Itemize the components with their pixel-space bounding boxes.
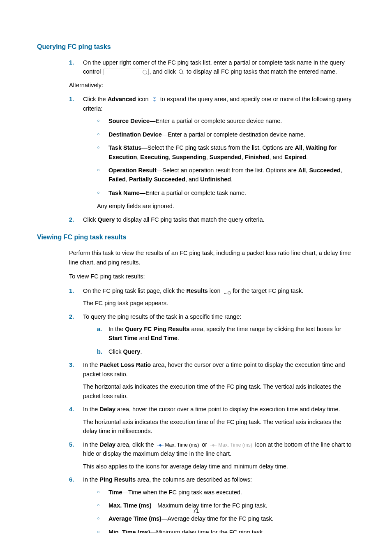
text: —Enter a partial or complete source devi… — [150, 118, 282, 124]
label: Task Status — [108, 144, 141, 151]
bullet-icon: ○ — [97, 528, 100, 533]
max-time-legend-active[interactable]: Max. Time (ms) — [157, 441, 199, 449]
results-label: Results — [186, 287, 208, 294]
page-number: 71 — [0, 507, 392, 516]
text: On the FC ping task list page, click the — [83, 287, 186, 294]
criteria-task-status: ○Task Status—Select the FC ping task sta… — [97, 143, 355, 162]
viewing-list: 1. On the FC ping task list page, click … — [37, 286, 355, 533]
text: icon — [208, 287, 222, 294]
criteria-destination-device: ○Destination Device—Enter a partial or c… — [97, 130, 355, 139]
querying-alt-list: 1. Click the Advanced icon to expand the… — [37, 95, 355, 224]
viewing-step-4: 4. In the Delay area, hover the cursor o… — [69, 405, 355, 436]
query-control-input[interactable] — [104, 69, 149, 75]
max-time-legend-inactive[interactable]: Max. Time (ms) — [210, 441, 252, 449]
viewing-intro: Perform this task to view the results of… — [37, 248, 355, 267]
section-heading-viewing: Viewing FC ping task results — [37, 232, 355, 243]
list-marker: 6. — [69, 475, 74, 484]
viewing-intro2: To view FC ping task results: — [37, 272, 355, 281]
text: To query the ping results of the task in… — [83, 313, 241, 320]
expand-icon[interactable] — [152, 97, 157, 102]
viewing-step-2: 2. To query the ping results of the task… — [69, 312, 355, 357]
list-marker: 1. — [69, 286, 74, 295]
column-min-time: ○Min. Time (ms)—Minimum delay time for t… — [97, 528, 355, 533]
advanced-label: Advanced — [108, 96, 136, 102]
viewing-step-3: 3. In the Packet Loss Ratio area, hover … — [69, 360, 355, 401]
followup-text: The FC ping task page appears. — [83, 299, 355, 308]
text: —Select an operation result from the lis… — [157, 167, 298, 174]
bullet-icon: ○ — [97, 131, 100, 138]
search-icon[interactable] — [179, 70, 184, 74]
criteria-source-device: ○Source Device—Enter a partial or comple… — [97, 116, 355, 125]
list-marker: 2. — [69, 215, 74, 224]
list-marker: 1. — [69, 95, 74, 104]
bullet-icon: ○ — [97, 167, 100, 174]
bullet-icon: ○ — [97, 489, 100, 496]
label: Destination Device — [108, 131, 162, 138]
legend-line-icon — [157, 445, 164, 445]
query-label: Query — [97, 216, 115, 223]
text: to display all FC ping tasks that match … — [185, 68, 337, 75]
section-heading-querying: Querying FC ping tasks — [37, 42, 355, 52]
list-marker: 3. — [69, 360, 74, 369]
substeps: a.In the Query FC Ping Results area, spe… — [83, 324, 355, 356]
text: for the target FC ping task. — [231, 287, 304, 294]
label: Source Device — [108, 118, 150, 124]
criteria-list: ○Source Device—Enter a partial or comple… — [83, 116, 355, 197]
label: Operation Result — [108, 167, 157, 174]
alt-step-1: 1. Click the Advanced icon to expand the… — [69, 95, 355, 211]
legend-line-icon — [210, 445, 217, 445]
alternatively-text: Alternatively: — [37, 81, 355, 90]
column-time: ○Time—Time when the FC ping task was exe… — [97, 488, 355, 497]
text: Click the — [83, 96, 108, 102]
list-marker: 1. — [69, 58, 74, 67]
substep-b: b.Click Query. — [97, 347, 355, 356]
label: Task Name — [108, 190, 140, 196]
alpha-marker: a. — [97, 324, 102, 334]
alpha-marker: b. — [97, 347, 102, 356]
text: Click — [83, 216, 97, 223]
bullet-icon: ○ — [97, 515, 100, 522]
bullet-icon: ○ — [97, 144, 100, 151]
text: —Enter a partial or complete task name. — [140, 190, 247, 196]
followup-text: The horizontal axis indicates the execut… — [83, 417, 355, 436]
alt-step-2: 2. Click Query to display all FC ping ta… — [69, 215, 355, 224]
text: , and click — [150, 68, 178, 75]
list-marker: 5. — [69, 440, 74, 449]
followup-text: The horizontal axis indicates the execut… — [83, 382, 355, 401]
list-marker: 2. — [69, 312, 74, 321]
bullet-icon: ○ — [97, 189, 100, 196]
text: —Select the FC ping task status from the… — [141, 144, 295, 151]
viewing-step-6: 6. In the Ping Results area, the columns… — [69, 475, 355, 533]
querying-step-1: 1. On the upper right corner of the FC p… — [69, 58, 355, 76]
criteria-task-name: ○Task Name—Enter a partial or complete t… — [97, 188, 355, 197]
text: to display all FC ping tasks that match … — [115, 216, 264, 223]
list-marker: 4. — [69, 405, 74, 414]
results-icon[interactable] — [224, 289, 230, 294]
viewing-step-1: 1. On the FC ping task list page, click … — [69, 286, 355, 308]
text: —Enter a partial or complete destination… — [162, 131, 305, 138]
empty-fields-note: Any empty fields are ignored. — [83, 202, 355, 211]
bullet-icon: ○ — [97, 117, 100, 124]
text: icon — [136, 96, 150, 102]
viewing-step-5: 5. In the Delay area, click the Max. Tim… — [69, 440, 355, 471]
substep-a: a.In the Query FC Ping Results area, spe… — [97, 324, 355, 343]
followup-text: This also applies to the icons for avera… — [83, 462, 355, 471]
querying-first-list: 1. On the upper right corner of the FC p… — [37, 58, 355, 76]
criteria-operation-result: ○Operation Result—Select an operation re… — [97, 166, 355, 184]
